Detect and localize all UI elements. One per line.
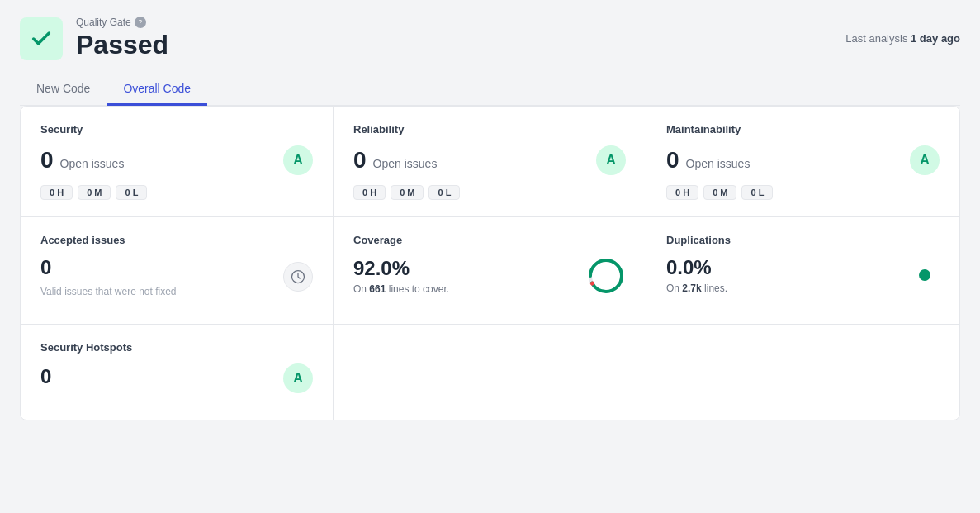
coverage-value: 92.0% — [353, 257, 449, 280]
metrics-row-3: Security Hotspots 0 A — [21, 325, 959, 420]
duplications-lines-label: lines. — [704, 283, 727, 294]
maintainability-grade: A — [910, 145, 940, 175]
maintainability-count: 0 Open issues — [666, 147, 750, 173]
duplications-value: 0.0% — [666, 256, 727, 279]
maintainability-issues-count: 0 — [666, 147, 679, 173]
empty-cell-2 — [646, 325, 959, 420]
header-left: Quality Gate ? Passed — [20, 17, 168, 60]
maintainability-value-row: 0 Open issues A — [666, 145, 940, 175]
security-count: 0 Open issues — [40, 147, 124, 173]
page-container: Quality Gate ? Passed Last analysis 1 da… — [0, 0, 980, 437]
reliability-pills: 0 H 0 M 0 L — [353, 185, 626, 200]
reliability-issues-label: Open issues — [373, 157, 438, 170]
security-hotspots-title: Security Hotspots — [40, 341, 313, 354]
reliability-issues-count: 0 — [353, 147, 367, 173]
accepted-issues-sublabel: Valid issues that were not fixed — [40, 286, 177, 297]
tab-overall-code[interactable]: Overall Code — [107, 74, 207, 106]
security-grade: A — [283, 145, 313, 175]
maintainability-pill-h: 0 H — [666, 185, 698, 200]
reliability-grade: A — [596, 145, 626, 175]
reliability-value-row: 0 Open issues A — [353, 145, 626, 175]
passed-title: Passed — [76, 30, 168, 60]
security-pill-m: 0 M — [78, 185, 111, 200]
accepted-issues-title: Accepted issues — [40, 234, 313, 246]
coverage-lines-count: 661 — [369, 283, 386, 295]
title-block: Quality Gate ? Passed — [76, 17, 168, 60]
reliability-cell: Reliability 0 Open issues A 0 H 0 M 0 L — [334, 107, 646, 217]
security-value-row: 0 Open issues A — [40, 145, 313, 175]
security-cell: Security 0 Open issues A 0 H 0 M 0 L — [21, 107, 334, 217]
reliability-count: 0 Open issues — [353, 147, 437, 173]
duplications-indicator — [919, 269, 930, 281]
accepted-icon — [283, 262, 313, 292]
security-hotspots-value-row: 0 A — [40, 363, 313, 393]
duplications-lines-count: 2.7k — [682, 283, 701, 294]
maintainability-pill-m: 0 M — [703, 185, 736, 200]
maintainability-pills: 0 H 0 M 0 L — [666, 185, 940, 200]
coverage-cell: Coverage 92.0% On 661 lines to cover. — [334, 217, 646, 325]
maintainability-pill-l: 0 L — [741, 185, 773, 200]
coverage-lines-label: lines to cover. — [389, 283, 449, 295]
maintainability-title: Maintainability — [666, 123, 940, 135]
duplications-title: Duplications — [666, 234, 940, 246]
security-title: Security — [40, 123, 313, 135]
coverage-on-text: On 661 lines to cover. — [353, 283, 449, 295]
coverage-on-label: On — [353, 283, 367, 295]
help-icon[interactable]: ? — [135, 17, 146, 28]
coverage-title: Coverage — [353, 234, 626, 246]
maintainability-cell: Maintainability 0 Open issues A 0 H 0 M … — [646, 107, 959, 217]
reliability-pill-l: 0 L — [428, 185, 460, 200]
status-badge — [20, 17, 63, 60]
accepted-issues-cell: Accepted issues 0 Valid issues that were… — [21, 217, 334, 325]
security-pill-h: 0 H — [40, 185, 73, 200]
security-hotspots-count: 0 — [40, 365, 51, 388]
maintainability-issues-label: Open issues — [686, 157, 750, 170]
duplications-on-label: On — [666, 283, 679, 294]
duplications-cell: Duplications 0.0% On 2.7k lines. — [646, 217, 959, 325]
reliability-title: Reliability — [353, 123, 626, 135]
quality-gate-text: Quality Gate — [76, 17, 131, 28]
reliability-pill-m: 0 M — [391, 185, 424, 200]
metrics-row-2: Accepted issues 0 Valid issues that were… — [21, 217, 959, 325]
security-issues-label: Open issues — [60, 157, 125, 170]
last-analysis-prefix: Last analysis — [845, 32, 907, 45]
main-card: Security 0 Open issues A 0 H 0 M 0 L Rel… — [20, 106, 960, 420]
tab-new-code[interactable]: New Code — [20, 74, 107, 106]
header: Quality Gate ? Passed Last analysis 1 da… — [20, 17, 960, 60]
duplications-value-row: 0.0% On 2.7k lines. — [666, 256, 940, 294]
quality-gate-label: Quality Gate ? — [76, 17, 168, 28]
security-hotspots-cell: Security Hotspots 0 A — [21, 325, 334, 420]
duplications-on-text: On 2.7k lines. — [666, 283, 727, 294]
svg-point-2 — [590, 260, 622, 292]
empty-cell-1 — [334, 325, 646, 420]
accepted-issues-count: 0 — [40, 256, 177, 279]
security-pills: 0 H 0 M 0 L — [40, 185, 313, 200]
coverage-donut — [586, 256, 626, 296]
accepted-issues-value-row: 0 Valid issues that were not fixed — [40, 256, 313, 297]
security-pill-l: 0 L — [116, 185, 147, 200]
tabs-bar: New Code Overall Code — [20, 74, 960, 106]
reliability-pill-h: 0 H — [353, 185, 386, 200]
metrics-row-1: Security 0 Open issues A 0 H 0 M 0 L Rel… — [21, 107, 959, 217]
security-hotspots-grade: A — [283, 363, 313, 393]
security-issues-count: 0 — [40, 147, 54, 173]
last-analysis-time: 1 day ago — [911, 32, 960, 45]
coverage-value-row: 92.0% On 661 lines to cover. — [353, 256, 626, 296]
last-analysis: Last analysis 1 day ago — [845, 32, 960, 45]
